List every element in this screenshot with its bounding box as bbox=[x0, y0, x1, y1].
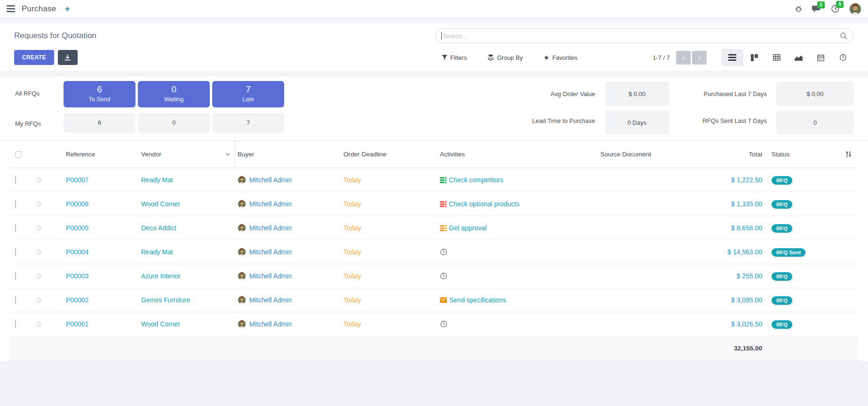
vendor-link[interactable]: Ready Mat bbox=[141, 176, 173, 184]
activity-link[interactable]: Check competitors bbox=[449, 176, 503, 184]
table-row[interactable]: ☆ P00003 Azure Interior Mitchell Admin T… bbox=[9, 264, 859, 288]
favorite-star-icon[interactable]: ☆ bbox=[28, 223, 49, 233]
clock-icon[interactable] bbox=[440, 272, 447, 280]
table-row[interactable]: ☆ P00004 Ready Mat Mitchell Admin Today … bbox=[9, 240, 859, 264]
group-by-button[interactable]: Group By bbox=[487, 54, 523, 61]
create-button[interactable]: CREATE bbox=[14, 50, 54, 65]
row-checkbox[interactable] bbox=[15, 176, 16, 184]
kanban-view-button[interactable] bbox=[743, 49, 765, 66]
activity-clock-icon[interactable]: 9 bbox=[831, 4, 840, 13]
activity-link[interactable]: Get approval bbox=[449, 224, 486, 232]
table-row[interactable]: ☆ P00006 Wood Corner Mitchell Admin Toda… bbox=[9, 192, 859, 216]
graph-view-button[interactable] bbox=[788, 49, 810, 66]
row-checkbox[interactable] bbox=[15, 224, 16, 232]
reference-link[interactable]: P00006 bbox=[66, 200, 88, 208]
to-send-card[interactable]: 6 To Send bbox=[64, 81, 135, 107]
header-buyer[interactable]: Buyer bbox=[235, 141, 341, 168]
header-activities[interactable]: Activities bbox=[440, 141, 557, 168]
header-status[interactable]: Status bbox=[762, 141, 833, 168]
total-amount: $ 14,563.00 bbox=[694, 248, 762, 256]
row-checkbox[interactable] bbox=[15, 200, 16, 208]
calendar-view-button[interactable] bbox=[810, 49, 832, 66]
buyer-link[interactable]: Mitchell Admin bbox=[249, 296, 292, 304]
app-name[interactable]: Purchase bbox=[22, 4, 56, 14]
clock-icon[interactable] bbox=[440, 320, 447, 328]
reference-link[interactable]: P00002 bbox=[66, 296, 88, 304]
buyer-avatar bbox=[238, 296, 246, 304]
table-row[interactable]: ☆ P00007 Ready Mat Mitchell Admin Today … bbox=[9, 168, 859, 192]
status-badge: RFQ Sent bbox=[772, 248, 805, 257]
envelope-icon bbox=[440, 297, 447, 303]
pager-next-button[interactable]: › bbox=[692, 51, 707, 65]
header-source-document[interactable]: Source Document bbox=[557, 141, 694, 168]
reference-link[interactable]: P00001 bbox=[66, 320, 88, 328]
table-row[interactable]: ☆ P00005 Deco Addict Mitchell Admin Toda… bbox=[9, 216, 859, 240]
buyer-link[interactable]: Mitchell Admin bbox=[249, 320, 292, 328]
order-deadline: Today bbox=[341, 320, 440, 328]
buyer-link[interactable]: Mitchell Admin bbox=[249, 272, 292, 280]
reference-link[interactable]: P00005 bbox=[66, 224, 88, 232]
export-button[interactable] bbox=[58, 50, 78, 65]
reference-link[interactable]: P00007 bbox=[66, 176, 88, 184]
pivot-view-button[interactable] bbox=[765, 49, 788, 66]
star-icon: ★ bbox=[543, 54, 549, 61]
vendor-link[interactable]: Deco Addict bbox=[141, 224, 176, 232]
messages-icon[interactable]: 5 bbox=[812, 5, 821, 13]
favorite-star-icon[interactable]: ☆ bbox=[28, 295, 49, 305]
buyer-link[interactable]: Mitchell Admin bbox=[249, 200, 292, 208]
table-row[interactable]: ☆ P00002 Gemini Furniture Mitchell Admin… bbox=[9, 288, 859, 312]
my-waiting-box[interactable]: 0 bbox=[138, 113, 210, 133]
late-card[interactable]: 7 Late bbox=[212, 81, 284, 107]
row-checkbox[interactable] bbox=[15, 248, 16, 256]
pager-previous-button[interactable]: ‹ bbox=[676, 51, 691, 65]
header-order-deadline[interactable]: Order Deadline bbox=[341, 141, 440, 168]
search-input[interactable] bbox=[443, 32, 840, 40]
column-options-icon[interactable] bbox=[845, 151, 852, 158]
vendor-link[interactable]: Wood Corner bbox=[141, 320, 180, 328]
reference-link[interactable]: P00004 bbox=[66, 248, 88, 256]
total-amount: $ 255.00 bbox=[694, 272, 762, 280]
table-row[interactable]: ☆ P00001 Wood Corner Mitchell Admin Toda… bbox=[9, 312, 859, 336]
vendor-link[interactable]: Ready Mat bbox=[141, 248, 173, 256]
favorite-star-icon[interactable]: ☆ bbox=[28, 199, 49, 209]
favorite-star-icon[interactable]: ☆ bbox=[28, 319, 49, 329]
favorites-button[interactable]: ★ Favorites bbox=[543, 54, 577, 61]
new-tab-button[interactable]: + bbox=[63, 4, 72, 14]
header-vendor[interactable]: Vendor bbox=[139, 141, 235, 168]
activity-view-button[interactable] bbox=[832, 49, 854, 66]
waiting-card[interactable]: 0 Waiting bbox=[138, 81, 210, 107]
activity-link[interactable]: Send specifications bbox=[449, 296, 506, 304]
chevron-down-icon[interactable] bbox=[225, 153, 230, 156]
reference-link[interactable]: P00003 bbox=[66, 272, 88, 280]
status-badge: RFQ bbox=[772, 296, 792, 305]
vendor-link[interactable]: Gemini Furniture bbox=[141, 296, 190, 304]
buyer-link[interactable]: Mitchell Admin bbox=[249, 248, 292, 256]
spacer bbox=[0, 361, 868, 406]
header-total[interactable]: Total bbox=[694, 141, 762, 168]
vendor-link[interactable]: Wood Corner bbox=[141, 200, 180, 208]
row-checkbox[interactable] bbox=[15, 296, 16, 304]
search-box[interactable] bbox=[435, 28, 854, 43]
favorite-star-icon[interactable]: ☆ bbox=[28, 271, 49, 281]
favorite-star-icon[interactable]: ☆ bbox=[28, 175, 49, 185]
user-avatar[interactable] bbox=[849, 3, 861, 15]
row-checkbox[interactable] bbox=[15, 320, 16, 328]
header-reference[interactable]: Reference bbox=[49, 141, 139, 168]
clock-icon[interactable] bbox=[440, 248, 447, 256]
menu-icon[interactable] bbox=[7, 5, 15, 12]
debug-bug-icon[interactable] bbox=[795, 5, 803, 13]
row-checkbox[interactable] bbox=[15, 272, 16, 280]
my-late-box[interactable]: 7 bbox=[212, 113, 284, 133]
buyer-link[interactable]: Mitchell Admin bbox=[249, 224, 292, 232]
filters-button[interactable]: Filters bbox=[442, 54, 467, 61]
select-all-checkbox[interactable] bbox=[15, 151, 22, 158]
control-panel: Requests for Quotation CREATE bbox=[0, 24, 868, 71]
vendor-link[interactable]: Azure Interior bbox=[141, 272, 181, 280]
search-icon[interactable] bbox=[840, 32, 848, 40]
my-to-send-box[interactable]: 6 bbox=[64, 113, 135, 133]
total-amount: $ 1,335.00 bbox=[694, 200, 762, 208]
buyer-link[interactable]: Mitchell Admin bbox=[249, 176, 292, 184]
favorite-star-icon[interactable]: ☆ bbox=[28, 247, 49, 257]
activity-link[interactable]: Check optional products bbox=[449, 200, 519, 208]
list-view-button[interactable] bbox=[721, 49, 743, 66]
